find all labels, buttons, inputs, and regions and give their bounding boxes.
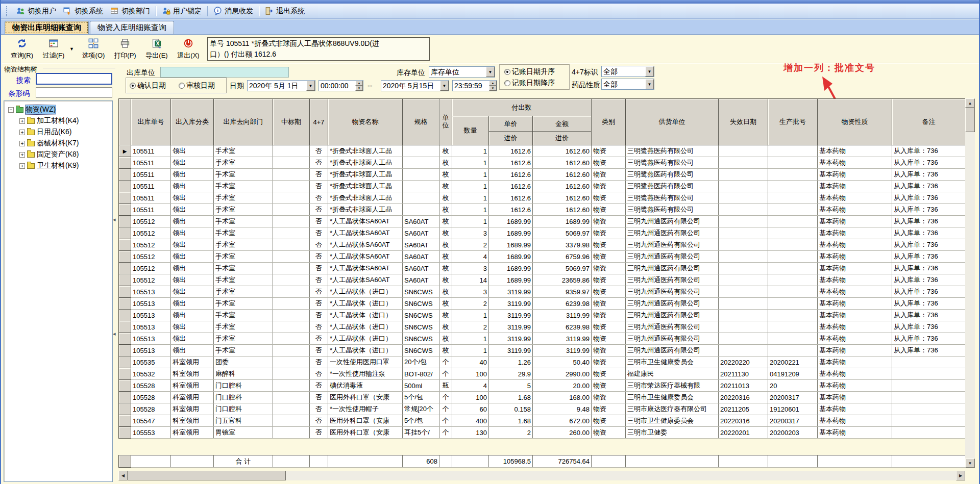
cell[interactable]: 科室领用 <box>171 380 214 392</box>
cell[interactable] <box>892 356 966 368</box>
cell[interactable]: SA60AT <box>403 227 439 239</box>
row-selector[interactable] <box>119 227 131 239</box>
cell[interactable]: 20220201 <box>719 427 768 439</box>
cell[interactable]: 从入库单：736 <box>892 239 966 251</box>
cell[interactable]: 否 <box>310 368 328 380</box>
row-selector[interactable] <box>119 286 131 298</box>
cell[interactable]: 物资 <box>592 216 626 227</box>
cell[interactable]: 个 <box>439 427 452 439</box>
cell[interactable]: SN6CWS <box>403 298 439 310</box>
cell[interactable]: 基本药物 <box>818 380 892 392</box>
row-selector[interactable] <box>119 216 131 227</box>
cell[interactable]: 105528 <box>131 380 171 392</box>
cell[interactable]: 105528 <box>131 392 171 403</box>
cell[interactable]: 1612.6 <box>489 204 533 216</box>
chevron-down-icon[interactable]: ▼ <box>306 81 315 91</box>
cell[interactable]: 否 <box>310 356 328 368</box>
cell[interactable]: 3119.99 <box>489 298 533 310</box>
cell[interactable] <box>403 192 439 204</box>
row-selector[interactable] <box>119 427 131 439</box>
cell[interactable]: 3 <box>452 263 489 274</box>
cell[interactable]: 否 <box>310 251 328 263</box>
cell[interactable]: 130 <box>452 427 489 439</box>
filter-dropdown-icon[interactable]: ▼ <box>69 36 78 62</box>
table-row[interactable]: 105513领出手术室否*人工晶状体（进口）SN6CWS枚33119.99935… <box>119 286 966 298</box>
row-selector[interactable] <box>119 169 131 181</box>
row-selector[interactable] <box>119 192 131 204</box>
cell[interactable]: 基本药物 <box>818 239 892 251</box>
cell[interactable] <box>273 239 310 251</box>
cell[interactable]: 从入库单：736 <box>892 157 966 169</box>
col-header-qty[interactable]: 数量 <box>452 116 489 145</box>
cell[interactable]: 1689.99 <box>489 239 533 251</box>
cell[interactable]: 3119.99 <box>489 321 533 333</box>
cell[interactable]: 从入库单：736 <box>892 263 966 274</box>
spin-up-icon[interactable]: ▲ <box>355 81 363 86</box>
cell[interactable]: 105512 <box>131 216 171 227</box>
cell[interactable]: 领出 <box>171 274 214 286</box>
cell[interactable]: 1 <box>452 169 489 181</box>
table-row[interactable]: 105511领出手术室否*折叠式非球面人工晶枚11612.61612.60物资三… <box>119 157 966 169</box>
cell[interactable]: 枚 <box>439 169 452 181</box>
row-selector[interactable] <box>119 345 131 356</box>
cell[interactable]: 1 <box>452 204 489 216</box>
cell[interactable] <box>719 251 768 263</box>
table-row[interactable]: 105547科室领用门五官科否医用外科口罩（安康5个/包个4001.68672.… <box>119 415 966 427</box>
cell[interactable]: 三明市卫健委 <box>626 427 719 439</box>
cell[interactable]: 物资 <box>592 145 626 157</box>
cell[interactable]: 从入库单：736 <box>892 333 966 345</box>
cell[interactable]: 三明九州通医药有限公司 <box>626 310 719 321</box>
spin-down-icon[interactable]: ▼ <box>355 86 363 91</box>
query-button-options[interactable]: 选项(O) <box>78 36 109 62</box>
cell[interactable]: 枚 <box>439 298 452 310</box>
cell[interactable]: 一次性使用医用口罩 <box>328 356 403 368</box>
cell[interactable]: 3119.99 <box>533 345 592 356</box>
cell[interactable]: 领出 <box>171 321 214 333</box>
cell[interactable]: 29.9 <box>489 368 533 380</box>
cell[interactable]: 手术室 <box>214 345 273 356</box>
cell[interactable]: 否 <box>310 216 328 227</box>
cell[interactable] <box>273 216 310 227</box>
cell[interactable]: 基本药物 <box>818 298 892 310</box>
cell[interactable] <box>273 169 310 181</box>
expand-icon[interactable]: + <box>19 130 25 135</box>
cell[interactable] <box>719 274 768 286</box>
cell[interactable]: 3119.99 <box>489 286 533 298</box>
cell[interactable] <box>768 263 818 274</box>
cell[interactable]: 从入库单：736 <box>892 251 966 263</box>
cell[interactable]: 1612.6 <box>489 145 533 157</box>
col-header-bid[interactable]: 中标期 <box>273 99 310 145</box>
cell[interactable] <box>892 427 966 439</box>
cell[interactable]: 4 <box>452 251 489 263</box>
cell[interactable]: 手术室 <box>214 263 273 274</box>
cell[interactable]: 领出 <box>171 239 214 251</box>
cell[interactable]: *人工晶状体SA60AT <box>328 263 403 274</box>
cell[interactable]: SA60AT <box>403 263 439 274</box>
cell[interactable]: 手术室 <box>214 227 273 239</box>
cell[interactable]: 20 <box>768 380 818 392</box>
cell[interactable]: 三明九州通医药有限公司 <box>626 239 719 251</box>
cell[interactable]: 领出 <box>171 204 214 216</box>
cell[interactable]: 领出 <box>171 169 214 181</box>
cell[interactable]: 100 <box>452 368 489 380</box>
cell[interactable]: 3119.99 <box>489 310 533 321</box>
row-selector[interactable] <box>119 157 131 169</box>
spin-down-icon[interactable]: ▼ <box>489 86 497 91</box>
cell[interactable] <box>892 392 966 403</box>
expand-icon[interactable]: + <box>19 118 25 124</box>
cell[interactable] <box>719 286 768 298</box>
cell[interactable]: 物资 <box>592 415 626 427</box>
expand-icon[interactable]: + <box>19 152 25 158</box>
cell[interactable] <box>273 392 310 403</box>
col-header-name[interactable]: 物资名称 <box>328 99 403 145</box>
cell[interactable]: 三明市康达医疗器有限公司 <box>626 403 719 415</box>
cell[interactable]: 三明九州通医药有限公司 <box>626 274 719 286</box>
cell[interactable]: 20220316 <box>719 392 768 403</box>
cell[interactable]: 耳挂5个/ <box>403 427 439 439</box>
cell[interactable]: 枚 <box>439 216 452 227</box>
cell[interactable]: 105512 <box>131 239 171 251</box>
cell[interactable]: 手术室 <box>214 321 273 333</box>
cell[interactable]: 20200317 <box>768 415 818 427</box>
col-header-spec[interactable]: 规格 <box>403 99 439 145</box>
cell[interactable]: 672.00 <box>533 415 592 427</box>
